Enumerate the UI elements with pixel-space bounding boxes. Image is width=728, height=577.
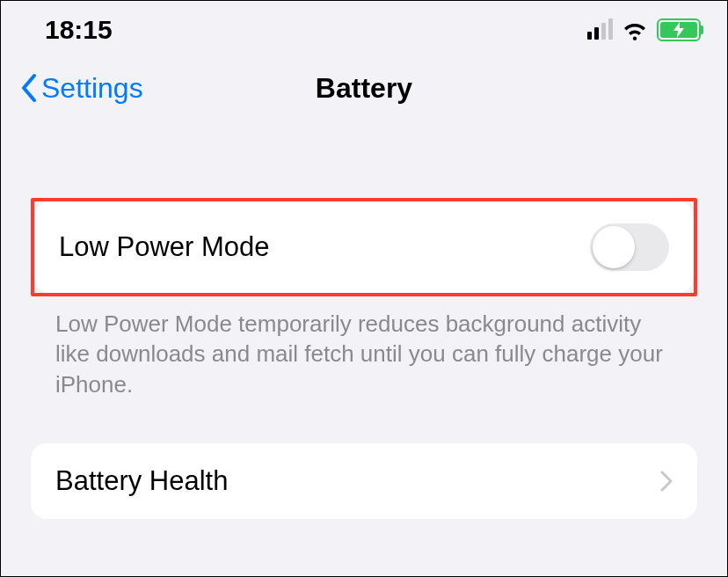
highlight-box: Low Power Mode bbox=[31, 198, 697, 296]
low-power-mode-description: Low Power Mode temporarily reduces backg… bbox=[31, 309, 697, 399]
navigation-bar: Settings Battery bbox=[1, 50, 727, 119]
status-bar: 18:15 bbox=[1, 1, 727, 50]
chevron-left-icon bbox=[18, 72, 40, 104]
low-power-mode-label: Low Power Mode bbox=[59, 231, 270, 263]
content: Low Power Mode Low Power Mode temporaril… bbox=[1, 198, 727, 519]
status-icons bbox=[587, 18, 701, 41]
battery-health-row[interactable]: Battery Health bbox=[31, 443, 697, 519]
low-power-mode-toggle[interactable] bbox=[590, 223, 669, 271]
battery-charging-icon bbox=[657, 18, 701, 41]
back-label: Settings bbox=[41, 72, 143, 105]
toggle-knob bbox=[593, 226, 635, 268]
chevron-right-icon bbox=[660, 471, 673, 492]
status-time: 18:15 bbox=[45, 15, 113, 45]
page-title: Battery bbox=[316, 72, 412, 105]
wifi-icon bbox=[622, 19, 648, 40]
battery-health-label: Battery Health bbox=[55, 465, 228, 497]
low-power-mode-row[interactable]: Low Power Mode bbox=[34, 201, 694, 293]
cellular-signal-icon bbox=[587, 20, 613, 40]
back-button[interactable]: Settings bbox=[18, 72, 143, 105]
